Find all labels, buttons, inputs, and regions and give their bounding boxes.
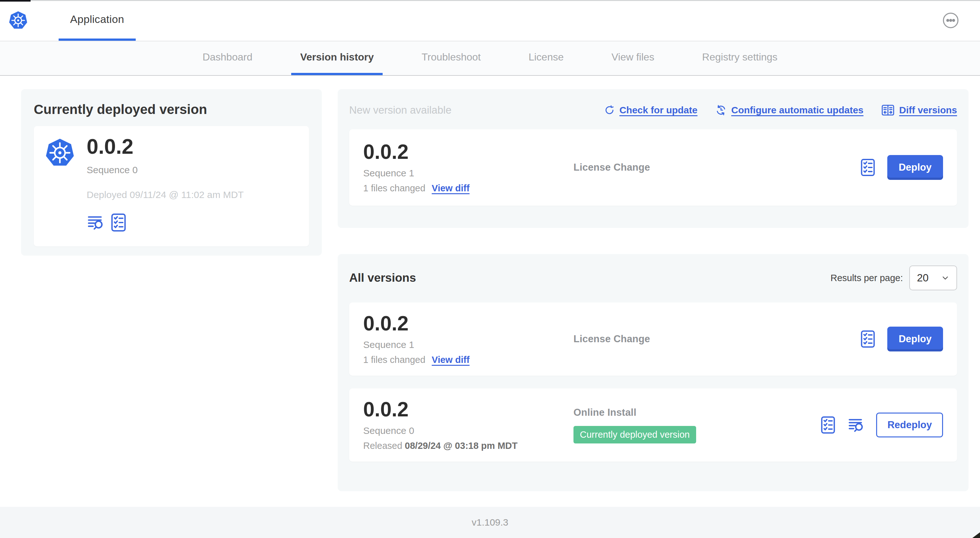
window-top-edge: [0, 0, 980, 1]
app-logo: [8, 0, 28, 41]
deploy-button[interactable]: Deploy: [887, 327, 943, 351]
version-number: 0.0.2: [363, 313, 573, 334]
currently-deployed-title: Currently deployed version: [34, 102, 309, 117]
view-diff-link[interactable]: View diff: [432, 355, 469, 365]
app-tab-label: Application: [70, 13, 124, 25]
kubernetes-logo-icon: [8, 10, 28, 31]
preflight-checks-button[interactable]: [861, 158, 875, 177]
clock-sync-icon: [715, 105, 727, 116]
version-source: License Change: [573, 162, 861, 173]
version-number: 0.0.2: [363, 141, 573, 163]
diff-icon: [881, 104, 895, 116]
preflight-checks-button[interactable]: [861, 330, 875, 348]
checklist-icon: [861, 158, 875, 177]
kubernetes-app-icon: [45, 137, 75, 169]
version-source: Online Install: [573, 407, 821, 418]
currently-deployed-badge: Currently deployed version: [573, 426, 696, 443]
results-per-page-select[interactable]: 20: [909, 265, 957, 290]
diff-versions-link[interactable]: Diff versions: [881, 104, 957, 116]
new-version-panel: New version available Check for update C…: [338, 89, 969, 228]
chevron-down-icon: [941, 274, 950, 282]
tab-registry-settings[interactable]: Registry settings: [693, 41, 787, 75]
all-versions-panel: All versions Results per page: 20 0.0.2 …: [338, 254, 969, 491]
app-tab[interactable]: Application: [59, 0, 136, 41]
checklist-icon: [821, 416, 835, 434]
deploy-button[interactable]: Deploy: [887, 155, 943, 180]
configure-automatic-updates-link[interactable]: Configure automatic updates: [715, 105, 863, 116]
version-sequence: Sequence 1: [363, 340, 573, 350]
deployed-timestamp: Deployed 09/11/24 @ 11:02 am MDT: [87, 189, 244, 200]
view-logs-button[interactable]: [87, 214, 104, 230]
deployed-sequence: Sequence 0: [87, 165, 244, 175]
new-version-title: New version available: [349, 104, 452, 116]
files-changed: 1 files changed: [363, 183, 425, 194]
preflight-checks-button[interactable]: [821, 416, 835, 434]
tab-version-history[interactable]: Version history: [291, 41, 383, 75]
refresh-icon: [604, 105, 615, 116]
console-version: v1.109.3: [471, 517, 508, 528]
check-for-update-link[interactable]: Check for update: [604, 105, 697, 116]
version-number: 0.0.2: [363, 399, 573, 420]
ellipsis-icon: [942, 12, 959, 29]
footer: v1.109.3: [0, 507, 980, 538]
tab-license[interactable]: License: [520, 41, 573, 75]
window-top-edge-dark: [0, 0, 30, 2]
version-source: License Change: [573, 333, 861, 345]
tab-view-files[interactable]: View files: [603, 41, 663, 75]
files-changed: 1 files changed: [363, 355, 425, 365]
view-logs-button[interactable]: [848, 417, 864, 433]
deployed-version-number: 0.0.2: [87, 136, 244, 157]
logs-icon: [87, 214, 104, 230]
version-row: 0.0.2 Sequence 0 Released 08/29/24 @ 03:…: [349, 388, 957, 462]
preflight-checks-button[interactable]: [111, 213, 126, 232]
app-header: Application: [0, 0, 980, 41]
results-per-page-label: Results per page:: [830, 273, 903, 283]
view-diff-link[interactable]: View diff: [432, 183, 469, 194]
redeploy-button[interactable]: Redeploy: [876, 413, 943, 437]
currently-deployed-panel: Currently deployed version 0.0.2 Sequenc…: [21, 89, 322, 256]
currently-deployed-card: 0.0.2 Sequence 0 Deployed 09/11/24 @ 11:…: [34, 126, 309, 246]
new-version-card: 0.0.2 Sequence 1 1 files changed View di…: [349, 129, 957, 206]
version-row: 0.0.2 Sequence 1 1 files changed View di…: [349, 302, 957, 376]
version-sequence: Sequence 1: [363, 168, 573, 179]
tab-troubleshoot[interactable]: Troubleshoot: [412, 41, 490, 75]
tab-dashboard[interactable]: Dashboard: [194, 41, 262, 75]
checklist-icon: [111, 213, 126, 232]
logs-icon: [848, 417, 864, 433]
checklist-icon: [861, 330, 875, 348]
overflow-menu-button[interactable]: [942, 12, 959, 29]
released-timestamp: Released 08/29/24 @ 03:18 pm MDT: [363, 441, 573, 451]
page-tabs: Dashboard Version history Troubleshoot L…: [0, 41, 980, 76]
all-versions-title: All versions: [349, 271, 416, 285]
version-sequence: Sequence 0: [363, 425, 573, 436]
